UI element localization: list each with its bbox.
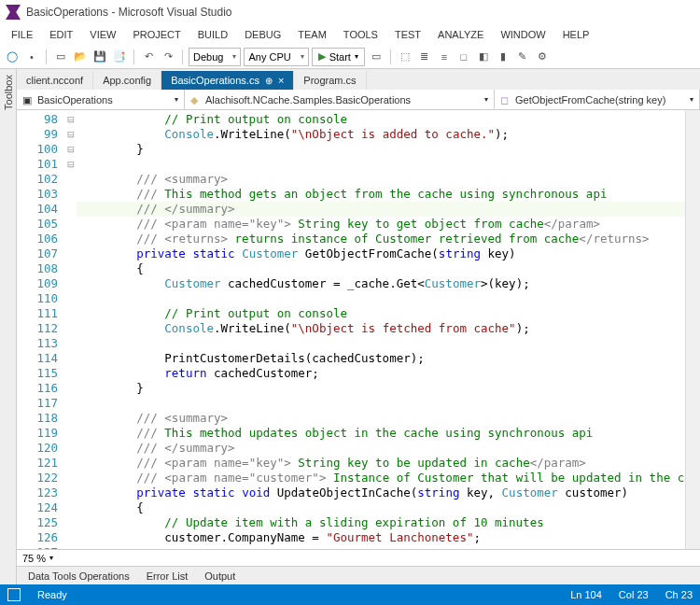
menu-test[interactable]: TEST	[387, 27, 428, 42]
status-line: Ln 104	[570, 589, 602, 600]
member-dropdown[interactable]: ◻GetObjectFromCache(string key)▾	[495, 90, 700, 109]
vs-logo-icon	[6, 5, 21, 20]
chevron-down-icon[interactable]: ▾	[49, 554, 53, 562]
menu-project[interactable]: PROJECT	[125, 27, 188, 42]
status-ready: Ready	[37, 589, 67, 600]
menu-bar: FILE EDIT VIEW PROJECT BUILD DEBUG TEAM …	[0, 24, 700, 45]
status-ch: Ch 23	[665, 589, 693, 600]
bottom-panel-tabs: Data Tools Operations Error List Output	[17, 566, 700, 584]
menu-build[interactable]: BUILD	[190, 27, 235, 42]
menu-window[interactable]: WINDOW	[493, 27, 553, 42]
toolbar-icon[interactable]: ≣	[416, 49, 433, 65]
redo-icon[interactable]: ↷	[160, 49, 176, 65]
document-tab-strip: client.ncconf App.config BasicOperations…	[17, 69, 700, 90]
pin-icon[interactable]: ⊕	[265, 76, 273, 86]
zoom-bar: 75 % ▾	[17, 549, 700, 566]
class-icon: ◆	[190, 94, 202, 106]
menu-tools[interactable]: TOOLS	[336, 27, 385, 42]
menu-edit[interactable]: EDIT	[42, 27, 80, 42]
method-icon: ◻	[500, 94, 511, 106]
fold-margin[interactable]: ⊟⊟⊟⊟	[65, 110, 77, 549]
tab-clientncconf[interactable]: client.ncconf	[17, 71, 93, 90]
open-file-icon[interactable]: 📂	[72, 49, 89, 65]
menu-view[interactable]: VIEW	[82, 27, 123, 42]
line-number-gutter: 9899100101102103104105106107108109110111…	[17, 110, 65, 549]
toolbar-icon[interactable]: ✎	[514, 49, 531, 65]
toolbar-separator	[46, 49, 47, 64]
menu-debug[interactable]: DEBUG	[237, 27, 288, 42]
menu-analyze[interactable]: ANALYZE	[430, 27, 491, 42]
nav-fwd-icon[interactable]: •	[23, 49, 40, 65]
menu-file[interactable]: FILE	[4, 27, 40, 42]
title-bar: BasicOperations - Microsoft Visual Studi…	[0, 0, 700, 24]
toolbar-separator	[182, 49, 183, 64]
vertical-scrollbar[interactable]	[685, 110, 700, 549]
nav-back-icon[interactable]: ◯	[4, 49, 21, 65]
toolbar-icon[interactable]: ⚙	[534, 49, 551, 65]
status-bar: Ready Ln 104 Col 23 Ch 23	[0, 584, 700, 605]
menu-help[interactable]: HELP	[555, 27, 597, 42]
toolbar-icon[interactable]: ▮	[495, 49, 511, 65]
toolbar-separator	[133, 49, 134, 64]
toolbar-icon[interactable]: □	[455, 49, 472, 65]
status-icon[interactable]	[7, 588, 21, 601]
new-project-icon[interactable]: ▭	[52, 49, 69, 65]
status-col: Col 23	[619, 589, 649, 600]
zoom-selector[interactable]: 75 %	[22, 553, 46, 564]
toolbox-panel-tab[interactable]: Toolbox	[0, 69, 17, 584]
save-icon[interactable]: 💾	[91, 49, 108, 65]
tab-error-list[interactable]: Error List	[139, 569, 196, 584]
tab-appconfig[interactable]: App.config	[93, 71, 161, 90]
play-icon: ▶	[318, 50, 326, 63]
platform-selector[interactable]: Any CPU▾	[244, 48, 308, 66]
class-dropdown[interactable]: ◆Alachisoft.NCache.Samples.BasicOperatio…	[185, 90, 495, 109]
start-debug-button[interactable]: ▶Start▾	[312, 48, 365, 66]
toolbar-icon[interactable]: ▭	[368, 49, 385, 65]
code-content[interactable]: // Print output on console Console.Write…	[77, 110, 685, 549]
window-title: BasicOperations - Microsoft Visual Studi…	[26, 6, 232, 19]
toolbar: ◯ • ▭ 📂 💾 📑 ↶ ↷ Debug▾ Any CPU▾ ▶Start▾ …	[0, 45, 700, 69]
toolbar-icon[interactable]: ≡	[436, 49, 453, 65]
config-selector[interactable]: Debug▾	[189, 48, 241, 66]
project-dropdown[interactable]: ▣BasicOperations▾	[17, 90, 185, 109]
tab-data-tools[interactable]: Data Tools Operations	[21, 569, 137, 584]
save-all-icon[interactable]: 📑	[111, 49, 128, 65]
toolbar-icon[interactable]: ◧	[475, 49, 492, 65]
close-icon[interactable]: ×	[278, 75, 284, 86]
menu-team[interactable]: TEAM	[290, 27, 334, 42]
tab-basicoperations[interactable]: BasicOperations.cs⊕×	[161, 71, 294, 90]
toolbar-icon[interactable]: ⬚	[397, 49, 413, 65]
csharp-project-icon: ▣	[22, 94, 34, 106]
code-editor[interactable]: 9899100101102103104105106107108109110111…	[17, 110, 700, 549]
navigation-bar: ▣BasicOperations▾ ◆Alachisoft.NCache.Sam…	[17, 90, 700, 110]
undo-icon[interactable]: ↶	[140, 49, 157, 65]
toolbar-separator	[390, 49, 391, 64]
tab-output[interactable]: Output	[197, 569, 243, 584]
tab-programcs[interactable]: Program.cs	[294, 71, 366, 90]
